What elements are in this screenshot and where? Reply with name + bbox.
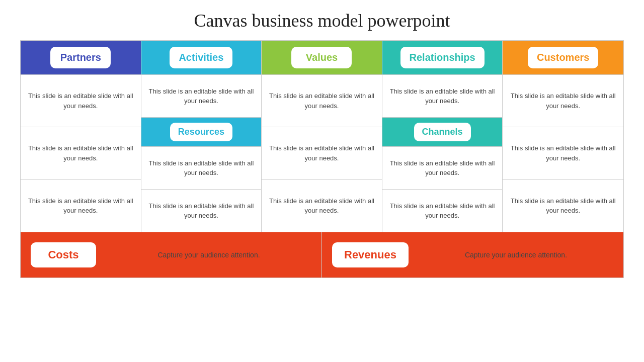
partners-label: Partners — [50, 47, 111, 68]
costs-label: Costs — [31, 242, 96, 267]
channels-header: Channels — [382, 117, 503, 146]
relationships-body3: This slide is an editable slide with all… — [382, 189, 503, 232]
activities-header: Activities — [141, 41, 262, 74]
activities-body3: This slide is an editable slide with all… — [141, 189, 262, 232]
col-relationships: Relationships This slide is an editable … — [382, 41, 503, 232]
activities-body2: This slide is an editable slide with all… — [141, 146, 262, 189]
col-values: Values This slide is an editable slide w… — [262, 41, 382, 232]
customers-body3: This slide is an editable slide with all… — [503, 179, 623, 232]
partners-header: Partners — [21, 41, 141, 74]
activities-body1: This slide is an editable slide with all… — [141, 74, 262, 117]
top-grid: Partners This slide is an editable slide… — [21, 41, 623, 232]
values-body1: This slide is an editable slide with all… — [262, 74, 382, 127]
relationships-header: Relationships — [382, 41, 503, 74]
customers-label: Customers — [528, 47, 598, 68]
values-label: Values — [291, 47, 352, 68]
relationships-label: Relationships — [400, 47, 485, 68]
canvas-grid: Partners This slide is an editable slide… — [20, 40, 624, 278]
partners-body2: This slide is an editable slide with all… — [21, 127, 141, 179]
bottom-grid: Costs Capture your audience attention. R… — [21, 232, 623, 278]
partners-body3: This slide is an editable slide with all… — [21, 179, 141, 232]
revenues-label: Revenues — [332, 242, 409, 267]
customers-header: Customers — [503, 41, 623, 74]
resources-label: Resources — [170, 123, 232, 141]
values-body2: This slide is an editable slide with all… — [262, 127, 382, 179]
col-customers: Customers This slide is an editable slid… — [503, 41, 623, 232]
channels-label: Channels — [414, 123, 471, 141]
customers-body1: This slide is an editable slide with all… — [503, 74, 623, 127]
values-body3: This slide is an editable slide with all… — [262, 179, 382, 232]
costs-text: Capture your audience attention. — [106, 251, 311, 259]
page-title: Canvas business model powerpoint — [194, 10, 450, 31]
resources-header: Resources — [141, 117, 262, 146]
customers-body2: This slide is an editable slide with all… — [503, 127, 623, 179]
partners-body1: This slide is an editable slide with all… — [21, 74, 141, 127]
relationships-body2: This slide is an editable slide with all… — [382, 146, 503, 189]
relationships-body1: This slide is an editable slide with all… — [382, 74, 503, 117]
revenues-section: Revenues Capture your audience attention… — [322, 232, 623, 278]
col-partners: Partners This slide is an editable slide… — [21, 41, 141, 232]
activities-label: Activities — [170, 47, 232, 68]
values-header: Values — [262, 41, 382, 74]
costs-section: Costs Capture your audience attention. — [21, 232, 322, 278]
col-activities: Activities This slide is an editable sli… — [141, 41, 262, 232]
revenues-text: Capture your audience attention. — [419, 251, 613, 259]
